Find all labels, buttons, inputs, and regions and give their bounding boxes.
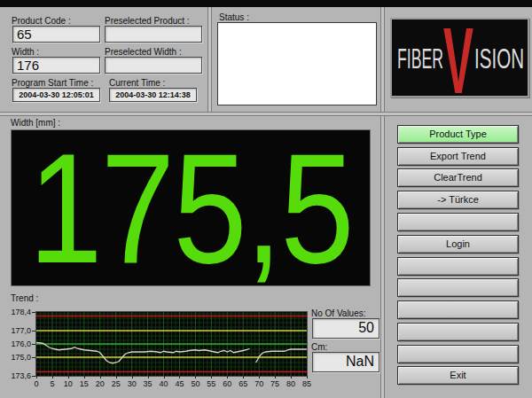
logo-text-fiber: FIBER [397, 43, 443, 74]
x-tick-label: 20 [93, 379, 107, 388]
preselected-product-label: Preselected Product : [105, 16, 190, 26]
width-field[interactable]: 176 [12, 57, 100, 74]
x-tick-mark [116, 376, 117, 378]
y-tick-label: 176,0 [4, 339, 31, 348]
no-of-values-label: No Of Values: [311, 308, 366, 318]
blank-button-3[interactable] [397, 278, 519, 297]
product-type-button[interactable]: Product Type [397, 125, 519, 144]
product-code-label: Product Code : [12, 16, 71, 26]
x-tick-label: 0 [29, 379, 43, 388]
preselected-product-field[interactable] [105, 26, 202, 43]
trend-plot-svg [36, 312, 307, 376]
x-tick-mark [259, 376, 260, 378]
cm-label: Cm: [311, 342, 327, 352]
x-tick-label: 50 [188, 379, 202, 388]
y-tick-label: 173,6 [4, 371, 31, 380]
login-button[interactable]: Login [397, 235, 519, 254]
exit-button[interactable]: Exit [397, 366, 519, 385]
product-code-field[interactable]: 65 [12, 26, 100, 43]
current-time-value: 2004-03-30 12:14:38 [109, 88, 197, 102]
window-top-strip [0, 0, 532, 7]
y-tick-mark [32, 331, 35, 332]
preselected-width-field[interactable] [105, 57, 202, 74]
x-tick-label: 75 [268, 379, 282, 388]
preselected-width-label: Preselected Width : [105, 47, 182, 57]
x-tick-label: 85 [300, 379, 314, 388]
x-tick-mark [195, 376, 196, 378]
y-tick-label: 175,0 [4, 353, 31, 362]
logo-text-ision: ISION [474, 43, 524, 74]
program-start-time-value: 2004-03-30 12:05:01 [12, 88, 100, 102]
program-start-time-label: Program Start Time : [12, 78, 93, 88]
logo-svg: FIBER V ISION [392, 20, 528, 96]
width-display: 175,5 [11, 129, 371, 286]
x-tick-mark [164, 376, 165, 378]
x-tick-label: 65 [236, 379, 250, 388]
current-time-label: Current Time : [109, 78, 165, 88]
x-tick-mark [84, 376, 85, 378]
x-tick-mark [68, 376, 69, 378]
blank-button-4[interactable] [397, 300, 519, 319]
clear-trend-button[interactable]: ClearTrend [397, 168, 519, 187]
x-tick-label: 15 [77, 379, 91, 388]
y-tick-mark [32, 376, 35, 377]
x-tick-label: 40 [157, 379, 171, 388]
x-tick-mark [307, 376, 308, 378]
x-tick-mark [275, 376, 276, 378]
x-tick-label: 10 [61, 379, 75, 388]
blank-button-5[interactable] [397, 323, 519, 341]
x-tick-label: 45 [172, 379, 186, 388]
status-box [217, 22, 377, 105]
fibervision-window: Product Code : 65 Preselected Product : … [0, 0, 532, 398]
trend-label: Trend : [11, 293, 38, 303]
x-tick-label: 25 [109, 379, 123, 388]
width-label: Width : [12, 47, 39, 57]
x-tick-mark [36, 376, 37, 378]
x-tick-mark [291, 376, 292, 378]
x-tick-mark [211, 376, 212, 378]
x-tick-label: 55 [204, 379, 218, 388]
x-tick-mark [179, 376, 180, 378]
cm-value: NaN [312, 352, 379, 372]
x-tick-label: 35 [141, 379, 155, 388]
y-tick-label: 178,4 [4, 308, 31, 316]
blank-button-2[interactable] [397, 257, 519, 276]
divider-vertical-left [207, 7, 212, 112]
x-tick-mark [227, 376, 228, 378]
blank-button-1[interactable] [397, 213, 519, 231]
export-trend-button[interactable]: Export Trend [397, 147, 519, 166]
logo-letter-v: V [443, 20, 473, 96]
status-label: Status : [219, 12, 249, 22]
blank-button-6[interactable] [397, 345, 519, 363]
x-tick-mark [148, 376, 149, 378]
x-tick-label: 30 [125, 379, 139, 388]
y-tick-mark [32, 344, 35, 345]
y-tick-mark [32, 357, 35, 358]
no-of-values-field[interactable]: 50 [312, 318, 379, 339]
x-tick-mark [52, 376, 53, 378]
fibervision-logo: FIBER V ISION [390, 18, 529, 98]
x-tick-mark [100, 376, 101, 378]
divider-horizontal [0, 112, 532, 116]
x-tick-label: 5 [45, 379, 59, 388]
x-tick-mark [243, 376, 244, 378]
width-display-value: 175,5 [28, 129, 352, 286]
x-tick-label: 70 [252, 379, 266, 388]
y-tick-label: 177,0 [4, 326, 31, 335]
divider-vertical-right [380, 7, 385, 398]
x-tick-label: 60 [220, 379, 234, 388]
x-tick-mark [132, 376, 133, 378]
trend-chart [35, 311, 308, 377]
y-tick-mark [32, 312, 35, 313]
turkce-button[interactable]: -> Türkce [397, 191, 519, 209]
x-tick-label: 80 [284, 379, 298, 388]
